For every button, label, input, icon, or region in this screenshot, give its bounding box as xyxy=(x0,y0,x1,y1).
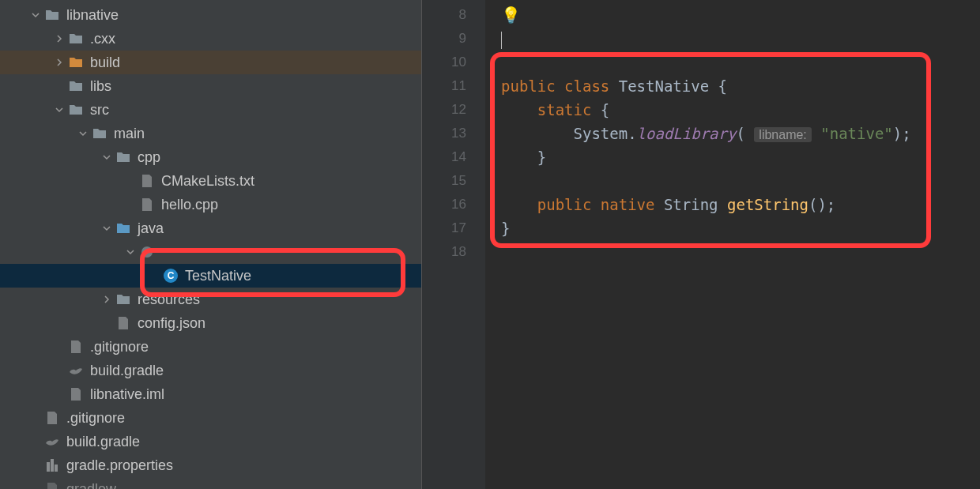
code-editor[interactable]: 8 9 10 11 12 13 14 15 16 17 18 💡 public … xyxy=(422,0,980,489)
tree-item-libs[interactable]: libs xyxy=(0,74,421,98)
tree-item-gradlew[interactable]: gradlew xyxy=(0,477,421,489)
tree-item-gitignore2[interactable]: .gitignore xyxy=(0,406,421,430)
svg-rect-3 xyxy=(55,465,58,472)
folder-icon xyxy=(68,55,84,70)
gradle-file-icon xyxy=(44,434,60,450)
tree-label: .gitignore xyxy=(90,339,421,355)
tree-item-src[interactable]: src xyxy=(0,98,421,122)
tree-item-buildgradle2[interactable]: build.gradle xyxy=(0,430,421,453)
file-icon xyxy=(139,173,155,189)
tree-label: cpp xyxy=(138,149,421,166)
code-line: } xyxy=(501,216,980,240)
tree-item-libnativeiml[interactable]: libnative.iml xyxy=(0,382,421,406)
tree-item-buildgradle[interactable]: build.gradle xyxy=(0,359,421,382)
code-line xyxy=(501,240,980,264)
chevron-down-icon xyxy=(77,128,89,139)
tree-label: main xyxy=(114,126,421,142)
gutter-line: 13 xyxy=(422,122,466,145)
svg-point-0 xyxy=(141,246,153,258)
folder-icon xyxy=(115,220,131,236)
code-line: static { xyxy=(501,98,980,122)
gutter-line: 17 xyxy=(422,216,466,240)
folder-icon xyxy=(68,31,84,47)
tree-label: config.json xyxy=(138,315,421,332)
tree-item-package[interactable] xyxy=(0,240,421,264)
code-line xyxy=(501,27,980,51)
tree-label: libnative.iml xyxy=(90,386,421,403)
gitignore-file-icon xyxy=(44,410,60,426)
gutter-line: 15 xyxy=(422,169,466,193)
tree-label: .gitignore xyxy=(66,410,421,427)
gutter-line: 11 xyxy=(422,74,466,98)
tree-label: build.gradle xyxy=(90,363,421,379)
editor-gutter: 8 9 10 11 12 13 14 15 16 17 18 xyxy=(422,0,485,489)
gradle-file-icon xyxy=(68,363,84,378)
project-tree[interactable]: libnative .cxx build libs src main cpp xyxy=(0,0,422,489)
tree-item-libnative[interactable]: libnative xyxy=(0,3,421,27)
tree-item-resources[interactable]: resources xyxy=(0,288,421,311)
code-line: public native String getString(); xyxy=(501,193,980,216)
folder-icon xyxy=(68,78,84,94)
folder-icon xyxy=(68,102,84,118)
folder-icon xyxy=(115,292,131,307)
tree-label: CMakeLists.txt xyxy=(161,173,421,190)
tree-item-gradleprops[interactable]: gradle.properties xyxy=(0,453,421,477)
tree-item-build[interactable]: build xyxy=(0,51,421,74)
tree-item-cpp[interactable]: cpp xyxy=(0,145,421,169)
tree-label: .cxx xyxy=(90,31,421,47)
chevron-right-icon xyxy=(54,33,65,44)
json-file-icon xyxy=(115,315,131,331)
tree-label: src xyxy=(90,102,421,118)
folder-icon xyxy=(92,126,107,141)
tree-item-gitignore[interactable]: .gitignore xyxy=(0,335,421,359)
chevron-down-icon xyxy=(101,223,112,234)
chevron-right-icon xyxy=(54,57,65,68)
iml-file-icon xyxy=(68,386,84,402)
code-viewport[interactable]: 💡 public class TestNative { static { Sys… xyxy=(485,0,980,489)
svg-rect-2 xyxy=(51,459,54,472)
tree-item-main[interactable]: main xyxy=(0,122,421,145)
chevron-right-icon xyxy=(101,294,112,305)
text-cursor xyxy=(501,32,502,49)
file-icon xyxy=(44,481,60,489)
tree-item-cmakelists[interactable]: CMakeLists.txt xyxy=(0,169,421,193)
cpp-file-icon xyxy=(139,197,155,213)
folder-icon xyxy=(115,149,131,165)
chevron-down-icon xyxy=(125,246,136,258)
gutter-line: 8 xyxy=(422,3,466,27)
tree-label: libs xyxy=(90,78,421,95)
code-line: public class TestNative { xyxy=(501,74,980,98)
svg-rect-1 xyxy=(47,462,50,472)
properties-file-icon xyxy=(44,457,60,473)
code-line xyxy=(501,51,980,74)
tree-item-java[interactable]: java xyxy=(0,216,421,240)
tree-item-cxx[interactable]: .cxx xyxy=(0,27,421,51)
tree-label: TestNative xyxy=(185,268,421,284)
gutter-line: 18 xyxy=(422,240,466,264)
chevron-down-icon xyxy=(101,152,112,163)
tree-label: libnative xyxy=(66,7,421,24)
chevron-down-icon xyxy=(54,104,65,115)
code-line xyxy=(501,169,980,193)
tree-label: resources xyxy=(138,292,421,308)
package-icon xyxy=(139,244,155,260)
lightbulb-icon[interactable]: 💡 xyxy=(501,6,521,24)
code-line: } xyxy=(501,145,980,169)
parameter-hint: libname: xyxy=(754,127,811,142)
gutter-line: 12 xyxy=(422,98,466,122)
tree-label: gradlew xyxy=(66,481,421,490)
tree-item-hellocpp[interactable]: hello.cpp xyxy=(0,193,421,216)
tree-item-testnative[interactable]: C TestNative xyxy=(0,264,421,288)
gutter-line: 9 xyxy=(422,27,466,51)
chevron-down-icon xyxy=(30,9,41,21)
tree-label: build xyxy=(90,55,421,71)
gitignore-file-icon xyxy=(68,339,84,355)
gutter-line: 10 xyxy=(422,51,466,74)
tree-label: hello.cpp xyxy=(161,197,421,213)
tree-item-configjson[interactable]: config.json xyxy=(0,311,421,335)
tree-label: java xyxy=(138,220,421,237)
code-line: 💡 xyxy=(501,3,980,27)
gutter-line: 14 xyxy=(422,145,466,169)
code-line: System.loadLibrary( libname: "native"); xyxy=(501,122,980,145)
gutter-line: 16 xyxy=(422,193,466,216)
